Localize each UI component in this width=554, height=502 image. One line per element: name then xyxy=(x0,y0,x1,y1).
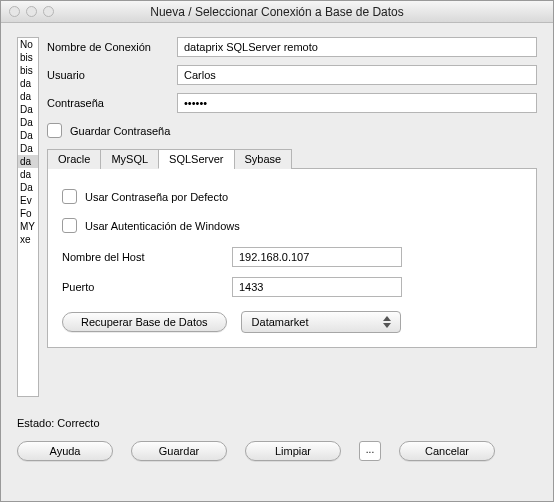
windows-auth-label: Usar Autenticación de Windows xyxy=(85,220,240,232)
traffic-lights xyxy=(9,6,54,17)
default-password-checkbox[interactable] xyxy=(62,189,77,204)
list-item[interactable]: Ev xyxy=(18,194,38,207)
help-button[interactable]: Ayuda xyxy=(17,441,113,461)
list-item[interactable]: da xyxy=(18,77,38,90)
tab-oracle[interactable]: Oracle xyxy=(47,149,101,169)
list-item[interactable]: bis xyxy=(18,64,38,77)
save-password-checkbox[interactable] xyxy=(47,123,62,138)
port-input[interactable] xyxy=(232,277,402,297)
footer-buttons: Ayuda Guardar Limpiar ... Cancelar xyxy=(1,429,553,475)
tab-sybase[interactable]: Sybase xyxy=(234,149,293,169)
cancel-button[interactable]: Cancelar xyxy=(399,441,495,461)
list-item[interactable]: Fo xyxy=(18,207,38,220)
clear-button[interactable]: Limpiar xyxy=(245,441,341,461)
tab-sqlserver[interactable]: SQLServer xyxy=(158,149,234,169)
more-button[interactable]: ... xyxy=(359,441,381,461)
list-item[interactable]: da xyxy=(18,168,38,181)
close-icon[interactable] xyxy=(9,6,20,17)
list-item[interactable]: Da xyxy=(18,142,38,155)
list-item[interactable]: No xyxy=(18,38,38,51)
save-button[interactable]: Guardar xyxy=(131,441,227,461)
port-label: Puerto xyxy=(62,281,232,293)
titlebar: Nueva / Seleccionar Conexión a Base de D… xyxy=(1,1,553,23)
list-item[interactable]: bis xyxy=(18,51,38,64)
user-input[interactable] xyxy=(177,65,537,85)
minimize-icon[interactable] xyxy=(26,6,37,17)
status-text: Estado: Correcto xyxy=(17,417,553,429)
main-panel: Nombre de Conexión Usuario Contraseña Gu… xyxy=(47,37,537,397)
list-item[interactable]: xe xyxy=(18,233,38,246)
content-area: NobisbisdadaDaDaDaDadadaDaEvFoMYxe Nombr… xyxy=(1,23,553,407)
host-input[interactable] xyxy=(232,247,402,267)
list-item[interactable]: Da xyxy=(18,103,38,116)
connection-list[interactable]: NobisbisdadaDaDaDaDadadaDaEvFoMYxe xyxy=(17,37,39,397)
tab-mysql[interactable]: MySQL xyxy=(100,149,159,169)
updown-icon xyxy=(380,314,394,330)
list-item[interactable]: da xyxy=(18,90,38,103)
windows-auth-checkbox[interactable] xyxy=(62,218,77,233)
list-item[interactable]: Da xyxy=(18,181,38,194)
list-item[interactable]: Da xyxy=(18,116,38,129)
save-password-label: Guardar Contraseña xyxy=(70,125,170,137)
sqlserver-panel: Usar Contraseña por Defecto Usar Autenti… xyxy=(47,169,537,348)
zoom-icon[interactable] xyxy=(43,6,54,17)
connection-name-input[interactable] xyxy=(177,37,537,57)
user-label: Usuario xyxy=(47,69,177,81)
database-select[interactable]: Datamarket xyxy=(241,311,401,333)
database-select-value: Datamarket xyxy=(252,316,309,328)
connection-name-label: Nombre de Conexión xyxy=(47,41,177,53)
default-password-label: Usar Contraseña por Defecto xyxy=(85,191,228,203)
password-label: Contraseña xyxy=(47,97,177,109)
host-label: Nombre del Host xyxy=(62,251,232,263)
db-type-tabs: OracleMySQLSQLServerSybase xyxy=(47,148,537,169)
list-item[interactable]: Da xyxy=(18,129,38,142)
window-title: Nueva / Seleccionar Conexión a Base de D… xyxy=(8,5,546,19)
list-item[interactable]: da xyxy=(18,155,38,168)
list-item[interactable]: MY xyxy=(18,220,38,233)
dialog-window: Nueva / Seleccionar Conexión a Base de D… xyxy=(0,0,554,502)
retrieve-db-button[interactable]: Recuperar Base de Datos xyxy=(62,312,227,332)
password-input[interactable] xyxy=(177,93,537,113)
